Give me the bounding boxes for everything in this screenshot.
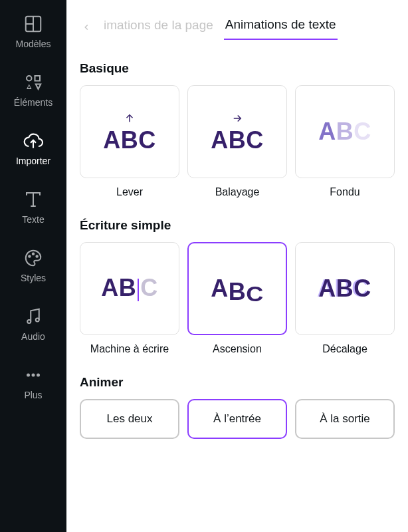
templates-icon [23, 13, 44, 35]
animation-card-fade: ABC Fondu [295, 85, 395, 198]
styles-icon [23, 247, 44, 269]
animer-options: Les deux À l’entrée À la sortie [80, 399, 395, 439]
svg-point-11 [36, 255, 38, 257]
grid-simple-writing: ABC Machine à écrire ABC Ascension ABC A… [80, 242, 395, 355]
arrow-right-icon [231, 111, 243, 126]
tab-text-animations[interactable]: Animations de texte [224, 15, 338, 40]
animation-card-ascension: ABC Ascension [187, 242, 287, 355]
tabs-row: imations de la page Animations de texte [80, 15, 395, 40]
abc-preview: ABC [211, 277, 264, 301]
animation-thumb-typewriter[interactable]: ABC [80, 242, 179, 335]
sidenav: Modèles Éléments Importer Texte Styles A… [0, 0, 66, 532]
animation-card-rise: ABC Lever [80, 85, 179, 198]
more-icon [23, 364, 44, 386]
text-icon [23, 189, 44, 210]
animer-option-both[interactable]: Les deux [80, 399, 179, 439]
sidenav-item-templates[interactable]: Modèles [16, 11, 51, 52]
main-panel: imations de la page Animations de texte … [66, 0, 408, 532]
abc-preview: ABC [318, 277, 371, 301]
sidenav-item-styles[interactable]: Styles [21, 245, 46, 286]
svg-point-9 [29, 255, 31, 257]
card-label: Lever [116, 186, 143, 198]
animation-thumb-pan[interactable]: ABC [187, 85, 287, 178]
svg-point-16 [37, 374, 40, 377]
abc-preview: ABC [211, 128, 264, 152]
sidenav-item-elements[interactable]: Éléments [14, 69, 52, 110]
svg-point-10 [33, 253, 35, 255]
sidenav-label: Éléments [14, 97, 52, 108]
card-label: Machine à écrire [90, 343, 169, 355]
card-label: Décalage [322, 343, 367, 355]
sidenav-label: Styles [21, 273, 46, 283]
sidenav-label: Importer [16, 156, 51, 166]
section-title-simple-writing: Écriture simple [80, 218, 395, 233]
animer-option-in[interactable]: À l’entrée [187, 399, 287, 439]
svg-point-13 [36, 319, 39, 322]
sidenav-label: Modèles [16, 39, 51, 49]
animation-card-typewriter: ABC Machine à écrire [80, 242, 179, 355]
animation-thumb-rise[interactable]: ABC [80, 85, 179, 178]
svg-point-12 [27, 320, 31, 323]
animation-thumb-fade[interactable]: ABC [295, 85, 395, 178]
svg-point-14 [27, 374, 30, 377]
section-title-animer: Animer [80, 375, 395, 390]
tab-page-animations[interactable]: imations de la page [102, 15, 215, 39]
arrow-up-icon [124, 111, 136, 126]
abc-preview: ABC [318, 120, 371, 144]
uploads-icon [23, 130, 44, 152]
svg-point-15 [32, 374, 35, 377]
chevron-left-icon[interactable] [80, 21, 93, 34]
section-title-basic: Basique [80, 61, 395, 76]
animation-thumb-ascension[interactable]: ABC [187, 242, 287, 335]
svg-marker-5 [36, 84, 41, 90]
animer-option-out[interactable]: À la sortie [295, 399, 395, 439]
elements-icon [23, 72, 44, 93]
svg-point-3 [27, 76, 32, 81]
sidenav-item-text[interactable]: Texte [22, 186, 44, 227]
card-label: Fondu [330, 186, 359, 198]
animation-thumb-shift[interactable]: ABC ABC [295, 242, 395, 335]
card-label: Ascension [213, 343, 262, 355]
animation-card-pan: ABC Balayage [187, 85, 287, 198]
sidenav-label: Texte [22, 214, 44, 225]
grid-basic: ABC Lever ABC Balayage ABC Fondu [80, 85, 395, 198]
animation-card-shift: ABC ABC Décalage [295, 242, 395, 355]
sidenav-item-more[interactable]: Plus [23, 362, 44, 403]
abc-preview: ABC [101, 276, 158, 301]
sidenav-item-audio[interactable]: Audio [21, 303, 45, 344]
abc-preview: ABC [103, 128, 156, 152]
sidenav-item-uploads[interactable]: Importer [16, 128, 51, 169]
card-label: Balayage [215, 186, 260, 198]
audio-icon [23, 306, 44, 327]
sidenav-label: Plus [24, 390, 42, 400]
svg-rect-4 [35, 76, 40, 81]
sidenav-label: Audio [21, 331, 45, 342]
